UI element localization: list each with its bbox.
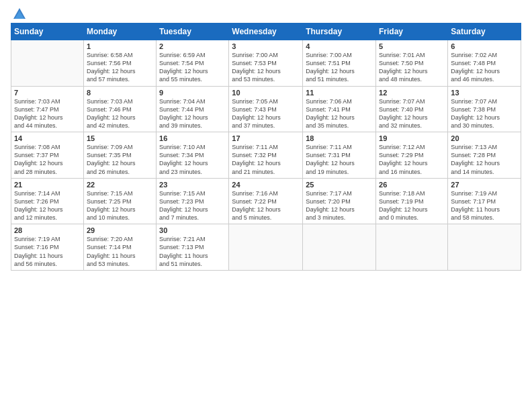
calendar-cell: 30Sunrise: 7:21 AM Sunset: 7:13 PM Dayli… [157,224,229,271]
day-number: 17 [232,134,300,142]
day-info: Sunrise: 7:02 AM Sunset: 7:48 PM Dayligh… [451,51,518,84]
calendar-cell [448,224,521,271]
calendar-cell: 24Sunrise: 7:16 AM Sunset: 7:22 PM Dayli… [229,178,303,224]
calendar-cell: 11Sunrise: 7:06 AM Sunset: 7:41 PM Dayli… [303,86,376,132]
day-number: 4 [306,42,373,50]
day-number: 13 [451,89,518,97]
day-number: 9 [159,89,226,97]
day-number: 3 [232,42,300,50]
calendar-header-row: SundayMondayTuesdayWednesdayThursdayFrid… [11,24,521,40]
day-of-week-header: Saturday [448,24,521,40]
calendar-cell: 2Sunrise: 6:59 AM Sunset: 7:54 PM Daylig… [157,40,229,87]
header-area [11,8,521,19]
day-info: Sunrise: 7:19 AM Sunset: 7:17 PM Dayligh… [451,189,518,222]
day-number: 19 [379,134,445,142]
day-info: Sunrise: 7:12 AM Sunset: 7:29 PM Dayligh… [379,143,445,176]
day-info: Sunrise: 7:09 AM Sunset: 7:35 PM Dayligh… [87,143,153,176]
calendar-cell: 18Sunrise: 7:11 AM Sunset: 7:31 PM Dayli… [303,132,376,179]
calendar-cell: 9Sunrise: 7:04 AM Sunset: 7:44 PM Daylig… [157,86,229,132]
day-number: 28 [14,226,81,234]
day-of-week-header: Thursday [303,24,376,40]
calendar-cell: 28Sunrise: 7:19 AM Sunset: 7:16 PM Dayli… [11,224,84,271]
calendar-week-row: 1Sunrise: 6:58 AM Sunset: 7:56 PM Daylig… [11,40,521,87]
day-number: 21 [14,181,81,189]
day-number: 2 [159,42,226,50]
day-number: 14 [14,134,81,142]
day-info: Sunrise: 7:15 AM Sunset: 7:23 PM Dayligh… [159,189,226,222]
calendar-cell: 13Sunrise: 7:07 AM Sunset: 7:38 PM Dayli… [448,86,521,132]
calendar-cell: 21Sunrise: 7:14 AM Sunset: 7:26 PM Dayli… [11,178,84,224]
day-info: Sunrise: 7:03 AM Sunset: 7:47 PM Dayligh… [14,97,81,130]
day-info: Sunrise: 7:11 AM Sunset: 7:32 PM Dayligh… [232,143,300,176]
day-info: Sunrise: 7:11 AM Sunset: 7:31 PM Dayligh… [306,143,373,176]
calendar-cell: 19Sunrise: 7:12 AM Sunset: 7:29 PM Dayli… [376,132,448,179]
day-info: Sunrise: 7:03 AM Sunset: 7:46 PM Dayligh… [87,97,153,130]
calendar-cell: 25Sunrise: 7:17 AM Sunset: 7:20 PM Dayli… [303,178,376,224]
calendar-cell [376,224,448,271]
day-of-week-header: Monday [83,24,156,40]
day-number: 29 [87,226,153,234]
day-info: Sunrise: 7:06 AM Sunset: 7:41 PM Dayligh… [306,97,373,130]
day-info: Sunrise: 7:18 AM Sunset: 7:19 PM Dayligh… [379,189,445,222]
logo [11,8,27,19]
day-number: 20 [451,134,518,142]
day-info: Sunrise: 7:05 AM Sunset: 7:43 PM Dayligh… [232,97,300,130]
calendar-week-row: 28Sunrise: 7:19 AM Sunset: 7:16 PM Dayli… [11,224,521,271]
calendar-cell: 1Sunrise: 6:58 AM Sunset: 7:56 PM Daylig… [83,40,156,87]
calendar-cell: 26Sunrise: 7:18 AM Sunset: 7:19 PM Dayli… [376,178,448,224]
day-number: 23 [159,181,226,189]
calendar-week-row: 21Sunrise: 7:14 AM Sunset: 7:26 PM Dayli… [11,178,521,224]
day-info: Sunrise: 7:01 AM Sunset: 7:50 PM Dayligh… [379,51,445,84]
day-info: Sunrise: 7:04 AM Sunset: 7:44 PM Dayligh… [159,97,226,130]
day-info: Sunrise: 6:59 AM Sunset: 7:54 PM Dayligh… [159,51,226,84]
day-of-week-header: Wednesday [229,24,303,40]
calendar-cell: 3Sunrise: 7:00 AM Sunset: 7:53 PM Daylig… [229,40,303,87]
day-info: Sunrise: 7:08 AM Sunset: 7:37 PM Dayligh… [14,143,81,176]
calendar-cell: 29Sunrise: 7:20 AM Sunset: 7:14 PM Dayli… [83,224,156,271]
day-info: Sunrise: 7:10 AM Sunset: 7:34 PM Dayligh… [159,143,226,176]
calendar-table: SundayMondayTuesdayWednesdayThursdayFrid… [11,23,521,271]
day-info: Sunrise: 7:16 AM Sunset: 7:22 PM Dayligh… [232,189,300,222]
calendar-cell: 14Sunrise: 7:08 AM Sunset: 7:37 PM Dayli… [11,132,84,179]
day-number: 22 [87,181,153,189]
day-info: Sunrise: 7:20 AM Sunset: 7:14 PM Dayligh… [87,235,153,268]
calendar-cell [229,224,303,271]
calendar-cell: 15Sunrise: 7:09 AM Sunset: 7:35 PM Dayli… [83,132,156,179]
calendar-cell: 12Sunrise: 7:07 AM Sunset: 7:40 PM Dayli… [376,86,448,132]
day-info: Sunrise: 7:00 AM Sunset: 7:51 PM Dayligh… [306,51,373,84]
calendar-cell: 10Sunrise: 7:05 AM Sunset: 7:43 PM Dayli… [229,86,303,132]
day-info: Sunrise: 7:00 AM Sunset: 7:53 PM Dayligh… [232,51,300,84]
day-number: 18 [306,134,373,142]
day-number: 25 [306,181,373,189]
day-number: 8 [87,89,153,97]
day-info: Sunrise: 6:58 AM Sunset: 7:56 PM Dayligh… [87,51,153,84]
day-number: 11 [306,89,373,97]
day-number: 16 [159,134,226,142]
day-info: Sunrise: 7:19 AM Sunset: 7:16 PM Dayligh… [14,235,81,268]
day-info: Sunrise: 7:14 AM Sunset: 7:26 PM Dayligh… [14,189,81,222]
day-number: 30 [159,226,226,234]
day-number: 24 [232,181,300,189]
calendar-cell: 7Sunrise: 7:03 AM Sunset: 7:47 PM Daylig… [11,86,84,132]
day-of-week-header: Tuesday [157,24,229,40]
calendar-cell: 6Sunrise: 7:02 AM Sunset: 7:48 PM Daylig… [448,40,521,87]
day-number: 27 [451,181,518,189]
calendar-cell: 27Sunrise: 7:19 AM Sunset: 7:17 PM Dayli… [448,178,521,224]
day-number: 5 [379,42,445,50]
day-number: 15 [87,134,153,142]
day-info: Sunrise: 7:17 AM Sunset: 7:20 PM Dayligh… [306,189,373,222]
calendar-cell: 17Sunrise: 7:11 AM Sunset: 7:32 PM Dayli… [229,132,303,179]
day-info: Sunrise: 7:07 AM Sunset: 7:40 PM Dayligh… [379,97,445,130]
day-info: Sunrise: 7:21 AM Sunset: 7:13 PM Dayligh… [159,235,226,268]
calendar-week-row: 7Sunrise: 7:03 AM Sunset: 7:47 PM Daylig… [11,86,521,132]
calendar-cell [303,224,376,271]
calendar-cell: 22Sunrise: 7:15 AM Sunset: 7:25 PM Dayli… [83,178,156,224]
day-info: Sunrise: 7:13 AM Sunset: 7:28 PM Dayligh… [451,143,518,176]
day-number: 12 [379,89,445,97]
calendar-cell: 23Sunrise: 7:15 AM Sunset: 7:23 PM Dayli… [157,178,229,224]
logo-icon [12,7,27,21]
day-number: 26 [379,181,445,189]
day-number: 10 [232,89,300,97]
day-of-week-header: Friday [376,24,448,40]
day-info: Sunrise: 7:07 AM Sunset: 7:38 PM Dayligh… [451,97,518,130]
